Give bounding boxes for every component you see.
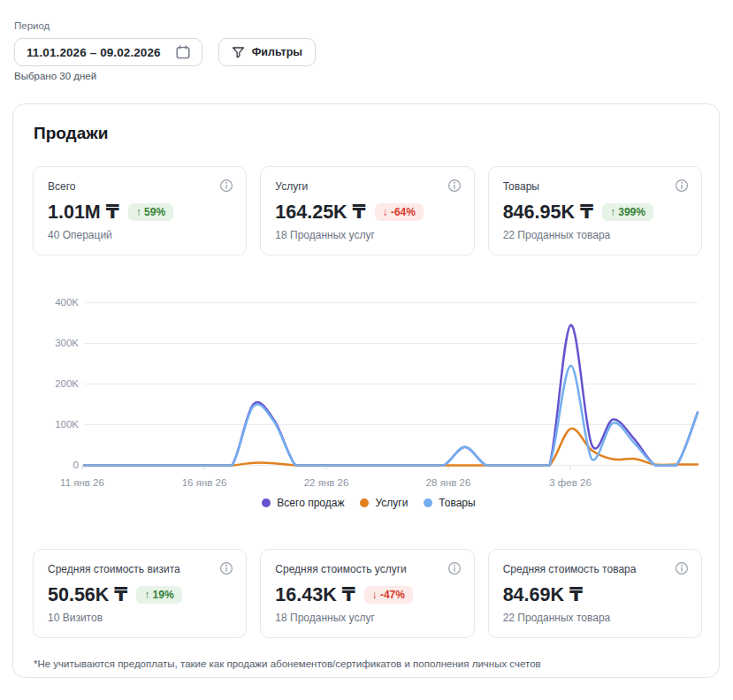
legend-label: Всего продаж	[277, 497, 344, 509]
stat-subtext: 40 Операций	[48, 229, 233, 241]
legend-item[interactable]: Всего продаж	[262, 497, 344, 509]
legend-item[interactable]: Товары	[424, 497, 475, 509]
stat-label: Средняя стоимость товара	[503, 561, 637, 575]
stat-label: Услуги	[275, 179, 308, 193]
sales-line-chart: 0100K200K300K400K 11 янв 2616 янв 2622 я…	[33, 293, 705, 514]
stat-label: Всего	[48, 179, 75, 193]
change-badge: ↓ -64%	[375, 203, 424, 221]
stat-card-avg-visit: Средняя стоимость визита 50.56K ₸ ↑ 19% …	[33, 549, 247, 638]
period-label: Период	[14, 20, 50, 31]
stat-subtext: 10 Визитов	[48, 612, 233, 624]
info-icon[interactable]	[447, 179, 462, 196]
stat-value: 1.01M ₸	[48, 201, 119, 224]
date-range-input[interactable]: 11.01.2026 – 09.02.2026	[14, 38, 202, 66]
stat-subtext: 22 Проданных товара	[503, 612, 689, 624]
stat-value: 846.95K ₸	[503, 201, 593, 224]
x-tick-label: 16 янв 26	[182, 477, 227, 488]
stat-label: Средняя стоимость услуги	[275, 561, 406, 575]
filter-icon	[232, 46, 245, 59]
stat-value: 84.69K ₸	[503, 583, 583, 606]
chart-legend: Всего продажУслугиТовары	[33, 497, 705, 509]
stat-subtext: 18 Проданных услуг	[275, 612, 461, 624]
calendar-icon	[175, 44, 191, 60]
x-tick-label: 3 фев 26	[549, 477, 592, 488]
stat-card-avg-product: Средняя стоимость товара 84.69K ₸ 22 Про…	[488, 549, 702, 638]
y-tick-label: 400K	[33, 297, 79, 308]
legend-item[interactable]: Услуги	[360, 497, 408, 509]
y-tick-label: 200K	[33, 378, 79, 389]
x-tick-label: 28 янв 26	[426, 477, 471, 488]
period-controls: 11.01.2026 – 09.02.2026 Фильтры	[14, 38, 316, 66]
info-icon[interactable]	[219, 561, 233, 579]
chart-canvas	[33, 293, 705, 492]
legend-dot-icon	[262, 498, 271, 507]
change-badge: ↓ -47%	[364, 586, 413, 604]
stat-value: 16.43K ₸	[275, 583, 355, 606]
info-icon[interactable]	[675, 179, 689, 196]
stat-card-avg-service: Средняя стоимость услуги 16.43K ₸ ↓ -47%…	[260, 549, 474, 638]
legend-label: Услуги	[375, 497, 408, 509]
y-tick-label: 300K	[33, 338, 79, 348]
filters-button[interactable]: Фильтры	[218, 38, 316, 66]
stat-label: Товары	[503, 179, 539, 193]
dashboard-page: Период 11.01.2026 – 09.02.2026 Фильтры В…	[0, 0, 733, 700]
legend-label: Товары	[439, 497, 475, 509]
stat-value: 164.25K ₸	[275, 201, 365, 224]
legend-dot-icon	[360, 498, 369, 507]
selected-days-info: Выбрано 30 дней	[14, 71, 96, 81]
info-icon[interactable]	[447, 561, 462, 579]
date-range-value: 11.01.2026 – 09.02.2026	[27, 46, 161, 59]
info-icon[interactable]	[219, 179, 233, 196]
footnote: *Не учитываются предоплаты, такие как пр…	[34, 658, 541, 669]
x-tick-label: 22 янв 26	[304, 477, 349, 488]
info-icon[interactable]	[675, 561, 689, 579]
stat-card-total: Всего 1.01M ₸ ↑ 59% 40 Операций	[33, 166, 247, 255]
stat-card-services: Услуги 164.25K ₸ ↓ -64% 18 Проданных усл…	[260, 166, 474, 255]
y-tick-label: 0	[33, 460, 79, 470]
stat-subtext: 22 Проданных товара	[503, 229, 689, 241]
sales-panel: Продажи Всего 1.01M ₸ ↑ 59% 40 Операций …	[12, 103, 720, 678]
bottom-stat-cards: Средняя стоимость визита 50.56K ₸ ↑ 19% …	[33, 549, 702, 638]
x-tick-label: 11 янв 26	[60, 477, 104, 488]
stat-subtext: 18 Проданных услуг	[275, 229, 461, 241]
change-badge: ↑ 59%	[128, 203, 173, 221]
filters-label: Фильтры	[252, 46, 302, 58]
panel-title: Продажи	[34, 124, 108, 143]
change-badge: ↑ 399%	[602, 203, 653, 221]
change-badge: ↑ 19%	[136, 586, 181, 604]
stat-label: Средняя стоимость визита	[48, 561, 180, 575]
stat-card-goods: Товары 846.95K ₸ ↑ 399% 22 Проданных тов…	[488, 166, 702, 255]
legend-dot-icon	[424, 498, 432, 507]
top-stat-cards: Всего 1.01M ₸ ↑ 59% 40 Операций Услуги 1…	[33, 166, 702, 255]
y-tick-label: 100K	[33, 419, 79, 430]
stat-value: 50.56K ₸	[48, 583, 127, 606]
